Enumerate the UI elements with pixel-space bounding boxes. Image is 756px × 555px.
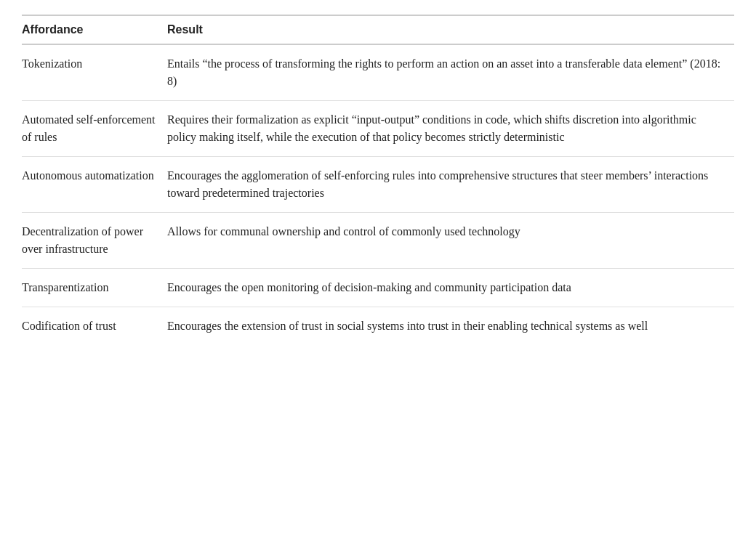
table-row: Decentralization of power over infrastru… xyxy=(22,213,734,269)
result-cell: Allows for communal ownership and contro… xyxy=(167,213,734,269)
table-header-row: Affordance Result xyxy=(22,15,734,44)
header-affordance: Affordance xyxy=(22,15,167,44)
result-cell: Entails “the process of transforming the… xyxy=(167,44,734,101)
table-row: Codification of trustEncourages the exte… xyxy=(22,307,734,346)
table-row: Autonomous automatizationEncourages the … xyxy=(22,157,734,213)
affordance-cell: Automated self-enforcement of rules xyxy=(22,101,167,157)
affordance-cell: Transparentization xyxy=(22,269,167,307)
result-cell: Encourages the agglomeration of self-enf… xyxy=(167,157,734,213)
affordance-cell: Codification of trust xyxy=(22,307,167,346)
header-result: Result xyxy=(167,15,734,44)
affordance-cell: Decentralization of power over infrastru… xyxy=(22,213,167,269)
table-row: TokenizationEntails “the process of tran… xyxy=(22,44,734,101)
affordance-cell: Autonomous automatization xyxy=(22,157,167,213)
table-row: TransparentizationEncourages the open mo… xyxy=(22,269,734,307)
table-row: Automated self-enforcement of rulesRequi… xyxy=(22,101,734,157)
affordance-cell: Tokenization xyxy=(22,44,167,101)
result-cell: Encourages the open monitoring of decisi… xyxy=(167,269,734,307)
result-cell: Encourages the extension of trust in soc… xyxy=(167,307,734,346)
result-cell: Requires their formalization as explicit… xyxy=(167,101,734,157)
affordance-result-table: Affordance Result TokenizationEntails “t… xyxy=(22,15,734,345)
